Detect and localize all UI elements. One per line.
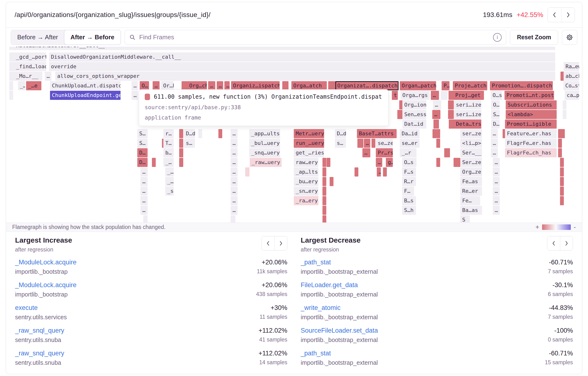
flamegraph-frame[interactable]: se…ze	[376, 139, 393, 148]
flamegraph-frame[interactable]	[560, 187, 564, 196]
flamegraph-frame[interactable]	[433, 120, 439, 129]
flamegraph-frame[interactable]	[323, 196, 326, 205]
flamegraph-frame[interactable]: _sn…ery	[294, 187, 318, 196]
flamegraph-frame[interactable]	[563, 100, 567, 110]
flamegraph-frame[interactable]: FlagrFe…ch_has	[505, 148, 557, 157]
flamegraph-frame[interactable]	[359, 139, 363, 148]
flamegraph-frame[interactable]	[446, 148, 450, 157]
flamegraph-frame[interactable]: get_…ries	[294, 148, 324, 157]
flamegraph-frame[interactable]	[9, 81, 13, 90]
flamegraph-frame[interactable]: _app…ults	[249, 129, 280, 138]
flamegraph-frame[interactable]	[285, 81, 288, 90]
flamegraph-frame[interactable]: raw…ery	[294, 158, 318, 167]
flamegraph-frame[interactable]: Fe…as	[460, 177, 482, 186]
flamegraph-frame[interactable]: _…	[163, 158, 174, 167]
find-frames-search[interactable]: i	[125, 30, 506, 45]
flamegraph-frame[interactable]: D…d	[335, 129, 346, 138]
flamegraph-frame[interactable]: …	[362, 148, 370, 157]
function-link[interactable]: SourceFileLoader.set_data	[301, 327, 378, 334]
flamegraph-frame[interactable]: _bul…uery	[249, 139, 280, 148]
flamegraph-frame[interactable]: _gcd_…port	[14, 53, 46, 62]
flamegraph-frame[interactable]: _s	[165, 187, 174, 196]
flamegraph-frame[interactable]	[198, 129, 202, 138]
flamegraph-frame[interactable]: …	[491, 148, 498, 157]
flamegraph-frame[interactable]: _…	[18, 81, 25, 90]
flamegraph-frame[interactable]: _snq…uery	[249, 148, 280, 157]
flamegraph-frame[interactable]: seri…ize	[454, 110, 481, 119]
flamegraph-frame[interactable]: …	[231, 177, 238, 186]
decrease-next-button[interactable]	[560, 236, 573, 250]
flamegraph-frame[interactable]	[245, 167, 250, 177]
flamegraph-frame[interactable]: RateLimitMiddleware.__call__	[14, 47, 555, 50]
flamegraph-frame[interactable]: allow_cors_options_wrapper	[55, 72, 555, 81]
flamegraph-frame[interactable]	[330, 177, 334, 186]
flamegraph-frame[interactable]: BaseT…attrs	[357, 129, 397, 138]
flamegraph-frame[interactable]: P…	[441, 81, 450, 90]
flamegraph-frame[interactable]: _ap…lts	[294, 167, 318, 177]
flamegraph-frame[interactable]: D…	[137, 148, 147, 157]
flamegraph-frame[interactable]: <lambda>	[506, 110, 557, 119]
flamegraph-frame[interactable]	[323, 158, 326, 167]
flamegraph-frame[interactable]: Metr…uery	[294, 129, 324, 138]
flamegraph-frame[interactable]: override	[49, 62, 555, 71]
flamegraph-frame[interactable]: Sen…ess	[402, 110, 426, 119]
flamegraph-frame[interactable]: Orga…rgs	[400, 91, 430, 100]
flamegraph-frame[interactable]: …	[231, 206, 238, 215]
flamegraph-frame[interactable]: …	[231, 148, 238, 157]
flamegraph-frame[interactable]	[152, 158, 156, 167]
flamegraph-frame[interactable]: …	[432, 110, 441, 119]
flamegraph-frame[interactable]	[231, 215, 235, 222]
flamegraph-frame[interactable]: …	[132, 91, 138, 100]
function-link[interactable]: _ModuleLock.acquire	[15, 259, 76, 266]
flamegraph-frame[interactable]	[383, 167, 387, 177]
flamegraph-frame[interactable]: Ba…as	[460, 206, 482, 215]
flamegraph-frame[interactable]	[560, 158, 564, 167]
flamegraph-frame[interactable]: ab…ck	[564, 72, 579, 81]
flamegraph-frame[interactable]: b…	[163, 148, 174, 157]
flamegraph-frame[interactable]	[561, 129, 565, 138]
flamegraph-frame[interactable]: Or…h	[161, 81, 174, 90]
flamegraph-frame[interactable]: Organiz…ispatch	[231, 81, 280, 90]
flamegraph-frame[interactable]	[450, 100, 454, 110]
flamegraph-frame[interactable]: _…	[165, 177, 174, 186]
flamegraph-frame[interactable]: Promoti…nt.post	[504, 91, 554, 100]
flamegraph-frame[interactable]: Fe…	[460, 196, 480, 205]
flamegraph-frame[interactable]: …	[493, 206, 500, 215]
flamegraph-frame[interactable]: t	[392, 91, 398, 100]
flamegraph-frame[interactable]: …	[231, 187, 238, 196]
flamegraph-frame[interactable]	[179, 158, 183, 167]
flamegraph-frame[interactable]: …	[231, 129, 238, 138]
reset-zoom-button[interactable]: Reset Zoom	[510, 30, 558, 45]
flamegraph-frame[interactable]: Ser…__	[460, 148, 482, 157]
flamegraph-frame[interactable]: …	[491, 129, 498, 138]
flamegraph-frame[interactable]: …	[493, 196, 500, 205]
flamegraph-frame[interactable]	[323, 215, 326, 222]
flamegraph-frame[interactable]: …	[45, 72, 52, 81]
flamegraph-frame[interactable]: S…	[137, 139, 147, 148]
flamegraph-frame[interactable]	[450, 110, 454, 119]
flamegraph-frame[interactable]: O…s	[491, 91, 502, 100]
flamegraph-frame[interactable]: …	[377, 167, 381, 177]
flamegraph-frame[interactable]	[558, 148, 562, 157]
flamegraph-frame[interactable]: …	[431, 91, 439, 100]
before-after-button[interactable]: Before → After	[11, 30, 64, 44]
flamegraph-frame[interactable]: …	[224, 81, 230, 90]
flamegraph-frame[interactable]: Organ…patch	[400, 81, 436, 90]
flamegraph-frame[interactable]: run_…uery	[294, 139, 324, 148]
flamegraph-frame[interactable]: _find…load	[14, 62, 46, 71]
flamegraph-frame[interactable]: seri…ize	[454, 100, 481, 110]
flamegraph-frame[interactable]: R…r	[402, 177, 416, 186]
flamegraph-frame[interactable]	[456, 158, 460, 167]
flamegraph-frame[interactable]: …	[140, 206, 147, 215]
flamegraph-frame[interactable]	[560, 167, 564, 177]
flamegraph-frame[interactable]	[179, 129, 183, 138]
flamegraph-frame[interactable]	[323, 177, 326, 186]
flamegraph-frame[interactable]: B…s	[402, 196, 416, 205]
flamegraph-frame[interactable]: …	[140, 177, 147, 186]
flamegraph-frame[interactable]: Co…st	[563, 81, 579, 90]
flamegraph-frame[interactable]: …	[493, 187, 500, 196]
flamegraph-frame[interactable]: …	[217, 81, 223, 90]
flamegraph-frame[interactable]: Ra…ew	[564, 62, 579, 71]
flamegraph-frame[interactable]: T…	[163, 139, 174, 148]
flamegraph[interactable]: RateLimitMiddleware.__call___gcd_…portDi…	[6, 47, 582, 222]
